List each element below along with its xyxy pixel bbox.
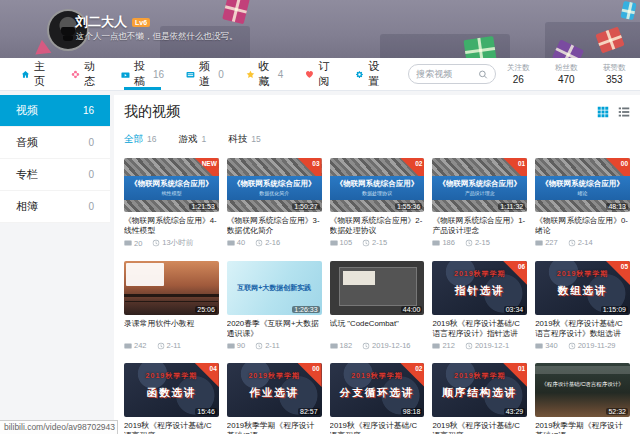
clock-icon	[465, 342, 473, 350]
search-input[interactable]	[416, 69, 478, 79]
video-title[interactable]: 试玩 "CodeCombat"	[330, 319, 425, 338]
filter-tab[interactable]: 科技 15	[228, 133, 260, 146]
video-thumbnail[interactable]: 2019秋季学期 顺序结构选讲 01 43:29	[432, 363, 527, 417]
video-thumbnail[interactable]: 25:06	[124, 261, 219, 315]
video-meta: 186 2-15	[432, 238, 527, 247]
video-card[interactable]: 2019秋季学期 顺序结构选讲 01 43:29 2019秋《程序设计基础/C语…	[432, 363, 527, 434]
nav-item[interactable]: 投稿 16	[110, 58, 175, 90]
video-thumbnail[interactable]: 《物联网系统综合应用》 数据优化简介 03 1:50:27	[227, 158, 322, 212]
stat-item[interactable]: 获赞数 353	[592, 63, 636, 85]
video-title[interactable]: 2019秋《程序设计基础/C语言程序	[432, 421, 527, 434]
play-count-icon	[330, 239, 338, 247]
video-title[interactable]: 2019秋《程序设计基础/C语言程序	[330, 421, 425, 434]
duration-badge: 52:32	[606, 408, 628, 415]
stat-item[interactable]: 粉丝数 470	[544, 63, 588, 85]
video-thumbnail[interactable]: 《物联网系统综合应用》 线性模型 NEW 1:21:53	[124, 158, 219, 212]
video-title[interactable]: 录课常用软件小教程	[124, 319, 219, 338]
view-count: 182	[340, 341, 353, 350]
video-title[interactable]: 2019秋季学期《程序设计基础/C语	[535, 421, 630, 434]
video-card[interactable]: 25:06 录课常用软件小教程 242 2-11	[124, 261, 219, 350]
video-meta: 105 2-15	[330, 238, 425, 247]
stat-value: 353	[592, 74, 636, 85]
video-title[interactable]: 《物联网系统综合应用》0-绪论	[535, 216, 630, 235]
video-title[interactable]: 2019秋《程序设计基础/C语言程序设计》数组选讲	[535, 319, 630, 338]
sidebar-item[interactable]: 音频 0	[0, 127, 110, 159]
nav-item[interactable]: 动态	[60, 58, 110, 90]
video-title[interactable]: 《物联网系统综合应用》4-线性模型	[124, 216, 219, 235]
video-meta: 90 2-11	[227, 341, 322, 350]
video-card[interactable]: 44:00 试玩 "CodeCombat" 182 2019-12-16	[330, 261, 425, 350]
video-title[interactable]: 《物联网系统综合应用》2-数据处理协议	[330, 216, 425, 235]
gift-decoration	[620, 1, 636, 20]
video-card[interactable]: 《物联网系统综合应用》 线性模型 NEW 1:21:53 《物联网系统综合应用》…	[124, 158, 219, 248]
video-title[interactable]: 《物联网系统综合应用》3-数据优化简介	[227, 216, 322, 235]
nav-item-label: 订阅	[318, 59, 333, 89]
sidebar-item[interactable]: 视频 16	[0, 95, 110, 127]
video-card[interactable]: 《程序设计基础/C语言程序设计》 52:32 2019秋季学期《程序设计基础/C…	[535, 363, 630, 434]
video-card[interactable]: 《物联网系统综合应用》 绪论 00 48:13 《物联网系统综合应用》0-绪论 …	[535, 158, 630, 248]
sidebar-item-count: 0	[88, 137, 94, 148]
search-icon	[478, 69, 488, 80]
video-title[interactable]: 2020春季《互联网+大数据通识课》	[227, 319, 322, 338]
video-thumbnail[interactable]: 2019秋季学期 分支循环选讲 02 98:18	[330, 363, 425, 417]
duration-badge: 25:06	[195, 306, 217, 313]
filter-label: 全部	[124, 133, 143, 146]
grid-view-icon[interactable]	[597, 106, 609, 118]
video-thumbnail[interactable]: 2019秋季学期 作业选讲 00 82:57	[227, 363, 322, 417]
nav-menu: 主页 动态 投稿 16 频道 0 收藏 4 订阅 设置	[10, 58, 394, 90]
video-card[interactable]: 2019秋季学期 指针选讲 06 03:34 2019秋《程序设计基础/C语言程…	[432, 261, 527, 350]
nav-item[interactable]: 主页	[10, 58, 60, 90]
filter-tab[interactable]: 游戏 1	[178, 133, 206, 146]
upload-date: 2-14	[578, 238, 593, 247]
nav-item-icon	[305, 68, 314, 81]
video-thumbnail[interactable]: 2019秋季学期 指针选讲 06 03:34	[432, 261, 527, 315]
nav-item[interactable]: 设置	[344, 58, 394, 90]
nav-item-label: 动态	[84, 59, 99, 89]
sidebar-item[interactable]: 专栏 0	[0, 159, 110, 191]
video-title[interactable]: 《物联网系统综合应用》1-产品设计理念	[432, 216, 527, 235]
upload-date: 2-15	[372, 238, 387, 247]
video-thumbnail[interactable]: 2019秋季学期 函数选讲 04 15:46	[124, 363, 219, 417]
duration-badge: 15:46	[195, 408, 217, 415]
video-thumbnail[interactable]: 互联网+大数据创新实践 1:26:33	[227, 261, 322, 315]
thumbnail-overlay-title: 《物联网系统综合应用》	[432, 179, 527, 189]
sidebar-item[interactable]: 相簿 0	[0, 191, 110, 223]
video-card[interactable]: 2019秋季学期 数组选讲 05 1:15:09 2019秋《程序设计基础/C语…	[535, 261, 630, 350]
video-card[interactable]: 2019秋季学期 作业选讲 00 82:57 2019秋季学期《程序设计基础/C…	[227, 363, 322, 434]
filter-tab[interactable]: 全部 16	[124, 133, 156, 146]
video-card[interactable]: 《物联网系统综合应用》 产品设计理念 01 1:11:32 《物联网系统综合应用…	[432, 158, 527, 248]
video-title[interactable]: 2019秋《程序设计基础/C语言程序设计》指针选讲	[432, 319, 527, 338]
duration-badge: 43:29	[504, 408, 526, 415]
video-thumbnail[interactable]: 《程序设计基础/C语言程序设计》 52:32	[535, 363, 630, 417]
list-view-icon[interactable]	[618, 106, 630, 118]
nav-item[interactable]: 收藏 4	[235, 58, 295, 90]
level-badge: Lv6	[132, 18, 150, 27]
thumbnail-overlay-title: 互联网+大数据创新实践	[227, 283, 322, 293]
video-card[interactable]: 《物联网系统综合应用》 数据处理协议 02 1:55:36 《物联网系统综合应用…	[330, 158, 425, 248]
filter-label: 科技	[228, 133, 247, 146]
thumbnail-overlay-top: 2019秋季学期	[535, 269, 630, 279]
video-card[interactable]: 《物联网系统综合应用》 数据优化简介 03 1:50:27 《物联网系统综合应用…	[227, 158, 322, 248]
nav-item-icon	[121, 68, 130, 81]
video-search-box[interactable]	[408, 64, 496, 84]
video-card[interactable]: 互联网+大数据创新实践 1:26:33 2020春季《互联网+大数据通识课》 9…	[227, 261, 322, 350]
thumbnail-overlay-subtitle: 线性模型	[124, 190, 219, 196]
video-thumbnail[interactable]: 《物联网系统综合应用》 数据处理协议 02 1:55:36	[330, 158, 425, 212]
video-thumbnail[interactable]: 《物联网系统综合应用》 绪论 00 48:13	[535, 158, 630, 212]
nav-item[interactable]: 订阅	[294, 58, 344, 90]
view-count: 105	[340, 238, 353, 247]
view-count: 40	[237, 238, 245, 247]
video-title[interactable]: 2019秋季学期《程序设计基础/C语	[227, 421, 322, 434]
clock-icon	[362, 342, 370, 350]
stat-item[interactable]: 关注数 26	[496, 63, 540, 85]
video-card[interactable]: 2019秋季学期 分支循环选讲 02 98:18 2019秋《程序设计基础/C语…	[330, 363, 425, 434]
duration-badge: 44:00	[401, 306, 423, 313]
video-card[interactable]: 2019秋季学期 函数选讲 04 15:46 2019秋《程序设计基础/C语言程…	[124, 363, 219, 434]
video-thumbnail[interactable]: 《物联网系统综合应用》 产品设计理念 01 1:11:32	[432, 158, 527, 212]
thumbnail-overlay-subtitle: 数据处理协议	[330, 190, 425, 196]
nav-item[interactable]: 频道 0	[175, 58, 235, 90]
video-thumbnail[interactable]: 44:00	[330, 261, 425, 315]
video-title[interactable]: 2019秋《程序设计基础/C语言程序	[124, 421, 219, 434]
video-thumbnail[interactable]: 2019秋季学期 数组选讲 05 1:15:09	[535, 261, 630, 315]
thumbnail-overlay-top: 2019秋季学期	[432, 269, 527, 279]
